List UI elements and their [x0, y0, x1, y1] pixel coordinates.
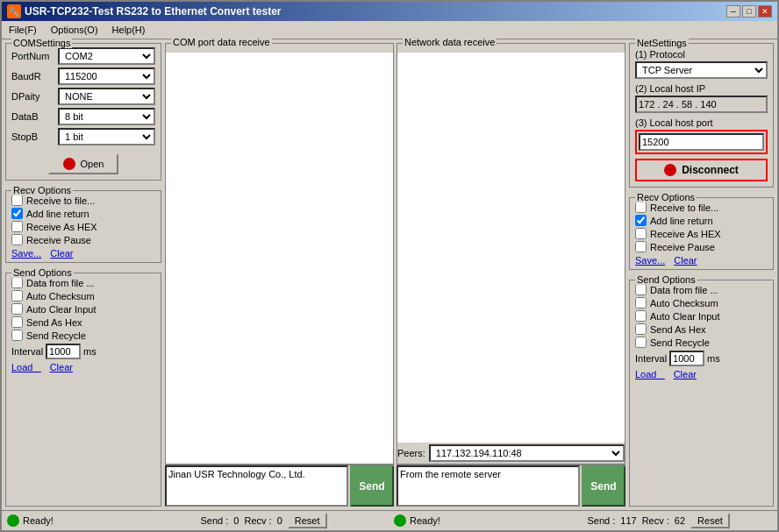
main-content: COMSettings PortNum COM2 BaudR 115200 DP… — [2, 39, 777, 510]
com-recv-save-link[interactable]: Save... — [11, 248, 41, 259]
com-send-hex-checkbox[interactable] — [11, 316, 23, 328]
com-send-recycle-checkbox[interactable] — [11, 330, 23, 341]
net-interval-input[interactable] — [669, 351, 704, 366]
baud-rate-select[interactable]: 115200 — [58, 67, 155, 85]
com-add-line-label: Add line return — [26, 209, 89, 219]
com-recv-pause-checkbox[interactable] — [11, 234, 23, 245]
baud-rate-label: BaudR — [11, 71, 55, 82]
net-data-textarea[interactable] — [397, 53, 625, 443]
com-send-button[interactable]: Send — [350, 465, 394, 507]
com-send-hex-label: Send As Hex — [26, 317, 82, 328]
net-auto-checksum-checkbox[interactable] — [635, 297, 647, 309]
net-auto-clear-checkbox[interactable] — [635, 310, 647, 322]
minimize-button[interactable]: ─ — [726, 5, 740, 18]
data-bits-select[interactable]: 8 bit — [58, 108, 155, 125]
com-send-options-title: Send Options — [11, 267, 74, 278]
parity-select[interactable]: NONE — [58, 88, 155, 105]
com-reset-button[interactable]: Reset — [288, 513, 327, 528]
net-recv-pause-checkbox[interactable] — [635, 241, 647, 252]
menu-help[interactable]: Help(H) — [109, 23, 149, 37]
net-send-label: Send : — [588, 515, 616, 526]
com-send-clear-link[interactable]: Clear — [50, 362, 73, 372]
net-send-hex-checkbox[interactable] — [635, 323, 647, 335]
com-send-file-checkbox[interactable] — [11, 277, 23, 288]
com-data-textarea[interactable] — [166, 53, 393, 464]
left-panel: COMSettings PortNum COM2 BaudR 115200 DP… — [5, 43, 161, 507]
net-recv-hex-row: Receive As HEX — [635, 228, 768, 239]
com-recv-file-label: Receive to file... — [26, 195, 95, 206]
com-recv-file-row: Receive to file... — [11, 195, 155, 206]
open-button-label: Open — [81, 159, 104, 169]
port-num-row: PortNum COM2 — [11, 47, 155, 65]
local-ip-label: (2) Local host IP — [635, 83, 768, 94]
com-recv-file-checkbox[interactable] — [11, 195, 23, 206]
peers-label: Peers: — [397, 448, 425, 458]
title-buttons: ─ □ ✕ — [726, 5, 772, 18]
com-column: COM port data receive Jinan USR Technolo… — [165, 43, 394, 507]
protocol-select[interactable]: TCP Server — [635, 61, 768, 79]
net-recv-options-box: Recv Options Receive to file... Add line… — [629, 197, 774, 270]
net-settings-title: NetSettings — [635, 38, 689, 48]
net-reset-button[interactable]: Reset — [690, 513, 730, 528]
local-port-label: (3) Local host port — [635, 117, 768, 128]
protocol-label: (1) Protocol — [635, 49, 768, 60]
local-ip-input[interactable] — [635, 96, 768, 113]
stop-bits-select[interactable]: 1 bit — [58, 128, 155, 145]
net-send-load-link[interactable]: Load _ — [635, 369, 665, 379]
net-recv-clear-link[interactable]: Clear — [674, 255, 697, 266]
net-send-textarea[interactable]: From the remote server — [397, 465, 580, 507]
main-window: 🔧 USR-TCP232-Test RS232 to Ethernet Conv… — [0, 0, 779, 532]
net-send-hex-label: Send As Hex — [650, 324, 706, 335]
maximize-button[interactable]: □ — [742, 5, 756, 18]
net-send-recycle-row: Send Recycle — [635, 337, 768, 348]
com-interval-input[interactable] — [46, 344, 81, 359]
net-send-options-box: Send Options Data from file ... Auto Che… — [629, 280, 774, 507]
com-data-panel-label: COM port data receive — [171, 37, 272, 47]
status-bar: Ready! Send : 0 Recv : 0 Reset Ready! Se… — [2, 510, 777, 530]
menu-bar: File(F) Options(O) Help(H) — [2, 21, 777, 39]
open-button[interactable]: Open — [48, 153, 118, 174]
disconnect-button[interactable]: Disconnect — [635, 159, 768, 181]
net-send-options-title: Send Options — [635, 274, 697, 285]
title-bar-left: 🔧 USR-TCP232-Test RS232 to Ethernet Conv… — [7, 4, 282, 18]
net-send-link-row: Load _ Clear — [635, 369, 768, 379]
net-send-clear-link[interactable]: Clear — [674, 369, 697, 379]
close-button[interactable]: ✕ — [758, 5, 772, 18]
local-port-input[interactable] — [639, 133, 764, 151]
net-add-line-checkbox[interactable] — [635, 215, 647, 226]
peers-select[interactable]: 117.132.194.110:48 — [429, 444, 625, 462]
com-recv-clear-link[interactable]: Clear — [50, 248, 73, 259]
net-recv-link-row: Save... Clear — [635, 255, 768, 266]
net-send-button[interactable]: Send — [582, 465, 625, 507]
com-recv-hex-checkbox[interactable] — [11, 221, 23, 232]
net-column: Network data receive Peers: 117.132.194.… — [397, 43, 625, 507]
net-recv-save-link[interactable]: Save... — [635, 255, 665, 266]
open-status-dot — [63, 158, 75, 170]
net-send-recycle-checkbox[interactable] — [635, 337, 647, 348]
com-auto-clear-checkbox[interactable] — [11, 303, 23, 315]
net-recv-hex-checkbox[interactable] — [635, 228, 647, 239]
com-recv-link-row: Save... Clear — [11, 248, 155, 259]
net-recv-file-checkbox[interactable] — [635, 202, 647, 213]
right-ready-dot — [394, 514, 406, 527]
com-send-value: 0 — [233, 515, 239, 526]
net-send-value: 117 — [620, 515, 636, 526]
com-interval-label: Interval — [11, 346, 43, 357]
com-recv-options-box: Recv Options Receive to file... Add line… — [5, 190, 161, 263]
menu-options[interactable]: Options(O) — [47, 23, 102, 37]
com-add-line-checkbox[interactable] — [11, 208, 23, 219]
net-send-file-checkbox[interactable] — [635, 284, 647, 295]
net-send-file-label: Data from file ... — [650, 285, 718, 295]
com-recv-options-title: Recv Options — [11, 185, 73, 195]
net-auto-checksum-label: Auto Checksum — [650, 298, 718, 309]
com-interval-row: Interval ms — [11, 344, 155, 359]
com-auto-checksum-checkbox[interactable] — [11, 290, 23, 301]
disconnect-button-label: Disconnect — [682, 164, 739, 176]
disconnect-status-dot — [664, 164, 676, 176]
port-num-select[interactable]: COM2 — [58, 47, 155, 65]
com-send-load-link[interactable]: Load _ — [11, 362, 41, 372]
menu-file[interactable]: File(F) — [5, 23, 40, 37]
window-title: USR-TCP232-Test RS232 to Ethernet Conver… — [25, 5, 282, 18]
port-input-box — [635, 130, 768, 154]
com-send-textarea[interactable]: Jinan USR Technology Co., Ltd. — [165, 465, 348, 507]
